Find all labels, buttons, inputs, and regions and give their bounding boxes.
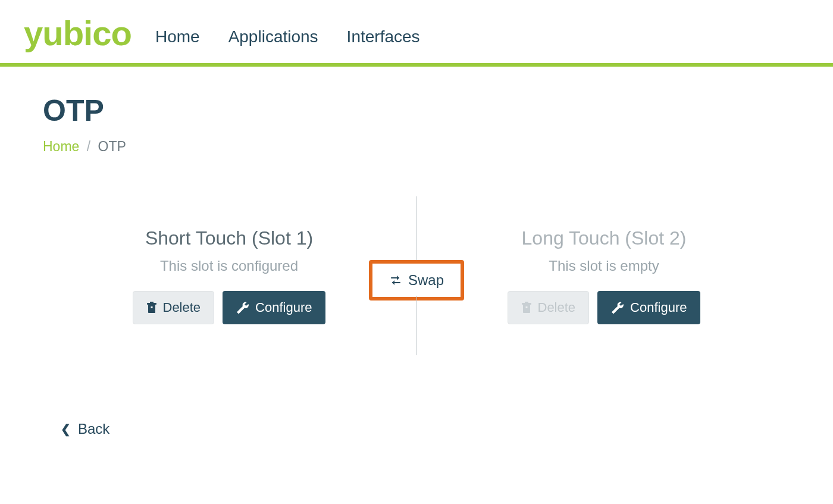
svg-rect-7 [525, 306, 527, 308]
slots-area: Short Touch (Slot 1) This slot is config… [43, 196, 790, 355]
trash-icon [521, 302, 532, 314]
svg-rect-6 [525, 302, 528, 303]
nav-interfaces[interactable]: Interfaces [347, 27, 420, 46]
slot-1-configure-label: Configure [255, 300, 312, 315]
slot-2-configure-button[interactable]: Configure [597, 291, 700, 324]
main-nav: Home Applications Interfaces [155, 27, 420, 49]
wrench-icon [236, 301, 249, 314]
page-title: OTP [43, 93, 790, 128]
wrench-icon [611, 301, 624, 314]
slot-2-configure-label: Configure [630, 300, 687, 315]
chevron-left-icon: ❮ [61, 422, 71, 436]
slot-2-such: Delete [538, 300, 576, 315]
trash-icon [146, 302, 157, 314]
breadcrumb-current: OTP [98, 139, 126, 154]
swap-icon [389, 274, 402, 286]
slot-1-status: This slot is configured [101, 258, 357, 274]
svg-rect-5 [522, 303, 531, 305]
swap-label: Swap [408, 272, 444, 289]
slot-1-configure-button[interactable]: Configure [223, 291, 325, 324]
svg-rect-4 [523, 305, 530, 313]
svg-rect-2 [150, 302, 154, 303]
breadcrumb-separator: / [83, 139, 94, 154]
header: yubico Home Applications Interfaces [0, 0, 833, 67]
slot-1-actions: Delete Configure [101, 291, 357, 324]
brand-logo: yubico [24, 18, 155, 49]
back-label: Back [78, 421, 109, 437]
divider-line [416, 196, 417, 265]
breadcrumb-home[interactable]: Home [43, 139, 79, 154]
svg-rect-3 [151, 306, 152, 308]
slot-1-title: Short Touch (Slot 1) [101, 227, 357, 249]
slot-1: Short Touch (Slot 1) This slot is config… [101, 227, 357, 324]
divider-line [416, 296, 417, 355]
svg-rect-1 [147, 303, 156, 305]
swap-button[interactable]: Swap [369, 260, 464, 300]
center-divider: Swap [357, 196, 476, 355]
slot-2: Long Touch (Slot 2) This slot is empty D… [476, 227, 732, 324]
back-button[interactable]: ❮ Back [43, 421, 790, 437]
nav-applications[interactable]: Applications [228, 27, 318, 46]
slot-2-delete-button: Delete [508, 291, 590, 324]
content: OTP Home / OTP Short Touch (Slot 1) This… [0, 67, 833, 437]
slot-2-status: This slot is empty [476, 258, 732, 274]
nav-home[interactable]: Home [155, 27, 200, 46]
slot-1-delete-button[interactable]: Delete [133, 291, 215, 324]
slot-2-title: Long Touch (Slot 2) [476, 227, 732, 249]
svg-rect-0 [148, 305, 155, 313]
slot-2-actions: Delete Configure [476, 291, 732, 324]
slot-1-delete-label: Delete [163, 300, 201, 315]
breadcrumb: Home / OTP [43, 139, 790, 155]
